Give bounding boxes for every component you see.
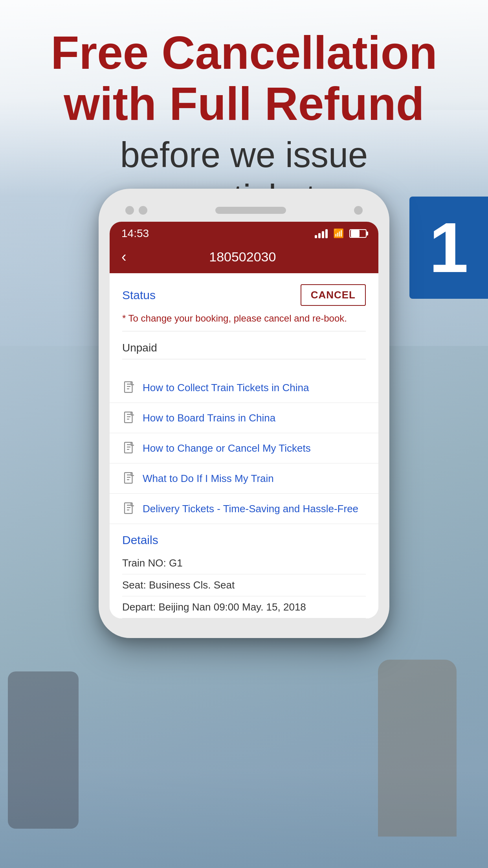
detail-text-1: Train NO: G1 bbox=[122, 557, 183, 569]
link-text-3: How to Change or Cancel My Tickets bbox=[143, 442, 311, 454]
status-label: Status bbox=[122, 289, 156, 302]
detail-item-3: Depart: Beijing Nan 09:00 May. 15, 2018 bbox=[122, 596, 366, 618]
document-icon bbox=[122, 381, 136, 395]
status-section: Status CANCEL * To change your booking, … bbox=[110, 273, 378, 373]
battery-fill bbox=[351, 230, 360, 237]
heading-sub-line1: before we issue bbox=[120, 135, 368, 175]
order-number: 180502030 bbox=[134, 249, 351, 265]
phone-screen: 14:53 📶 ‹ 180502030 bbox=[110, 222, 378, 618]
warning-text: * To change your booking, please cancel … bbox=[122, 313, 366, 324]
link-text-5: Delivery Tickets - Time-Saving and Hassl… bbox=[143, 503, 358, 515]
back-button[interactable]: ‹ bbox=[121, 248, 127, 265]
detail-item-1: Train NO: G1 bbox=[122, 552, 366, 574]
list-item[interactable]: What to Do If I Miss My Train bbox=[110, 463, 378, 494]
details-section: Details Train NO: G1 Seat: Business Cls.… bbox=[110, 524, 378, 618]
status-icons: 📶 bbox=[315, 228, 367, 239]
app-header: ‹ 180502030 bbox=[110, 243, 378, 273]
bg-person bbox=[378, 660, 457, 837]
status-time: 14:53 bbox=[121, 227, 149, 240]
phone-dot-2 bbox=[139, 206, 147, 215]
list-item[interactable]: How to Change or Cancel My Tickets bbox=[110, 433, 378, 463]
heading-line1: Free Cancellation bbox=[51, 27, 437, 79]
content-area: Status CANCEL * To change your booking, … bbox=[110, 273, 378, 618]
bg-luggage bbox=[8, 671, 79, 829]
signal-icon bbox=[315, 229, 328, 238]
heading-line2: with Full Refund bbox=[64, 78, 424, 130]
phone-dots bbox=[125, 206, 147, 215]
links-section: How to Collect Train Tickets in China Ho… bbox=[110, 373, 378, 524]
divider-2 bbox=[122, 359, 366, 359]
status-value: Unpaid bbox=[122, 337, 366, 359]
phone-top-bar bbox=[110, 200, 378, 222]
link-text-4: What to Do If I Miss My Train bbox=[143, 473, 274, 485]
heading-main: Free Cancellation with Full Refund bbox=[24, 28, 464, 130]
status-bar: 14:53 📶 bbox=[110, 222, 378, 243]
detail-text-3: Depart: Beijing Nan 09:00 May. 15, 2018 bbox=[122, 601, 306, 613]
battery-icon bbox=[349, 229, 367, 238]
sign-number: 1 bbox=[429, 212, 468, 283]
details-heading: Details bbox=[122, 533, 366, 547]
document-icon bbox=[122, 411, 136, 425]
phone-speaker bbox=[215, 207, 286, 214]
divider-1 bbox=[122, 331, 366, 331]
status-row: Status CANCEL bbox=[122, 284, 366, 306]
phone-camera bbox=[354, 206, 363, 215]
list-item[interactable]: How to Board Trains in China bbox=[110, 403, 378, 433]
phone-outer-frame: 14:53 📶 ‹ 180502030 bbox=[99, 189, 389, 638]
phone-dot-1 bbox=[125, 206, 134, 215]
cancel-button[interactable]: CANCEL bbox=[301, 284, 366, 306]
list-item[interactable]: How to Collect Train Tickets in China bbox=[110, 373, 378, 403]
phone-mockup: 14:53 📶 ‹ 180502030 bbox=[99, 189, 389, 638]
document-icon bbox=[122, 471, 136, 485]
wifi-icon: 📶 bbox=[333, 228, 344, 239]
link-text-1: How to Collect Train Tickets in China bbox=[143, 382, 309, 394]
list-item[interactable]: Delivery Tickets - Time-Saving and Hassl… bbox=[110, 494, 378, 524]
link-text-2: How to Board Trains in China bbox=[143, 412, 275, 424]
document-icon bbox=[122, 441, 136, 455]
document-icon bbox=[122, 502, 136, 516]
detail-text-2: Seat: Business Cls. Seat bbox=[122, 579, 235, 591]
detail-item-2: Seat: Business Cls. Seat bbox=[122, 574, 366, 596]
